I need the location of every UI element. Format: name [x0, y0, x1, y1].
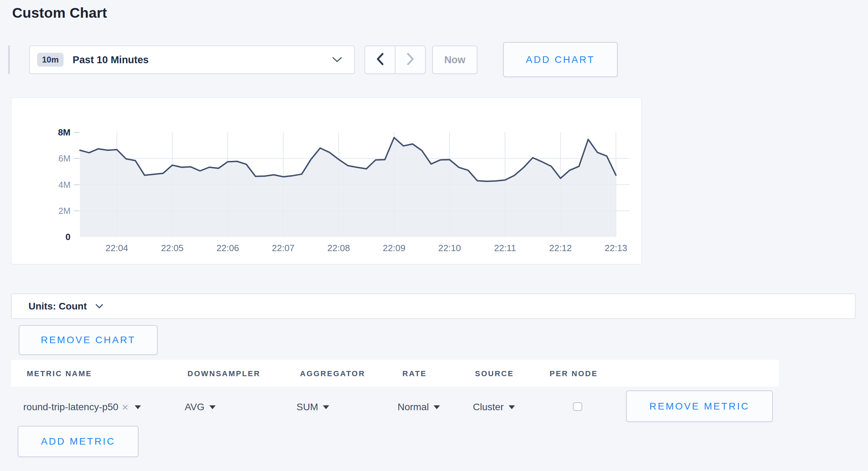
now-button[interactable]: Now [432, 46, 477, 74]
x-axis-tick-label: 22:12 [549, 243, 572, 254]
time-range-dropdown[interactable]: 10m Past 10 Minutes [29, 46, 355, 74]
next-time-button[interactable] [395, 46, 425, 73]
chart-svg [80, 132, 629, 237]
y-axis-tick-mark [74, 184, 80, 185]
metrics-table-header [11, 360, 779, 387]
add-chart-button[interactable]: ADD CHART [503, 42, 618, 77]
add-metric-button[interactable]: ADD METRIC [18, 426, 139, 457]
x-axis-tick-label: 22:07 [272, 243, 294, 254]
units-label: Units: Count [28, 301, 87, 312]
chevron-down-icon [332, 57, 342, 63]
y-axis-tick-label: 8M [18, 128, 70, 137]
y-axis-tick-label: 4M [18, 180, 70, 189]
caret-down-icon [135, 405, 141, 409]
x-axis-tick-label: 22:13 [604, 243, 627, 254]
y-axis-tick-mark [74, 132, 80, 133]
prev-time-button[interactable] [365, 46, 395, 73]
time-step-group [365, 46, 426, 74]
aggregator-value: SUM [297, 402, 318, 413]
source-value: Cluster [473, 402, 504, 413]
y-axis-tick-label: 6M [18, 154, 70, 163]
caret-down-icon [434, 405, 440, 409]
metric-name-select[interactable]: round-trip-latency-p50 × [23, 399, 141, 415]
y-axis-tick-mark [74, 210, 80, 211]
col-header-downsampler: DOWNSAMPLER [187, 369, 260, 378]
caret-down-icon [323, 405, 329, 409]
caret-down-icon [209, 405, 216, 409]
units-dropdown[interactable]: Units: Count [11, 294, 856, 319]
aggregator-select[interactable]: SUM [297, 399, 329, 415]
caret-down-icon [509, 405, 515, 409]
col-header-rate: RATE [402, 369, 427, 378]
chevron-down-icon [95, 304, 103, 309]
time-range-label: Past 10 Minutes [73, 54, 149, 66]
chevron-right-icon [406, 52, 415, 67]
x-axis-tick-label: 22:11 [494, 243, 516, 254]
downsampler-select[interactable]: AVG [185, 399, 216, 415]
y-axis-tick-label: 2M [18, 206, 70, 215]
time-scale-badge: 10m [37, 53, 64, 67]
source-select[interactable]: Cluster [473, 399, 515, 415]
col-header-source: SOURCE [475, 369, 514, 378]
rate-value: Normal [398, 402, 429, 413]
chart-card: 02M4M6M8M 22:0422:0522:0622:0722:0822:09… [11, 98, 642, 264]
x-axis-tick-label: 22:05 [161, 243, 184, 254]
downsampler-value: AVG [185, 402, 205, 413]
rate-select[interactable]: Normal [398, 399, 440, 415]
remove-chart-button[interactable]: REMOVE CHART [19, 325, 158, 355]
clear-metric-icon[interactable]: × [122, 402, 128, 413]
remove-metric-button[interactable]: REMOVE METRIC [626, 390, 773, 422]
toolbar-divider [8, 46, 10, 74]
x-axis-tick-label: 22:09 [383, 243, 406, 254]
chevron-left-icon [376, 52, 384, 67]
x-axis-tick-label: 22:04 [106, 243, 128, 254]
x-axis-tick-label: 22:10 [438, 243, 461, 254]
metric-name-value: round-trip-latency-p50 [23, 402, 118, 413]
col-header-metric-name: METRIC NAME [27, 369, 92, 378]
per-node-checkbox[interactable] [573, 402, 582, 411]
chart-plot-area[interactable] [80, 132, 629, 237]
y-axis-tick-label: 0 [18, 232, 70, 241]
x-axis-tick-label: 22:08 [327, 243, 350, 254]
x-axis-tick-label: 22:06 [216, 243, 239, 254]
col-header-aggregator: AGGREGATOR [300, 369, 365, 378]
page-title: Custom Chart [12, 5, 107, 21]
y-axis-tick-mark [74, 158, 80, 159]
col-header-per-node: PER NODE [550, 369, 598, 378]
